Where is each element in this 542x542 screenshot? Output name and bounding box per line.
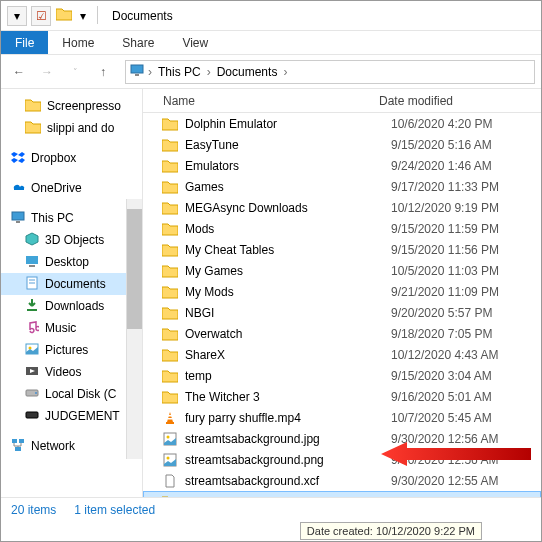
- tree-label: slippi and do: [47, 121, 114, 135]
- list-item[interactable]: Dolphin & Slippi: [143, 491, 541, 497]
- column-date[interactable]: Date modified: [373, 94, 541, 108]
- list-item[interactable]: Dolphin Emulator10/6/2020 4:20 PM: [143, 113, 541, 134]
- tree-pc-item[interactable]: Music: [1, 317, 142, 339]
- item-name: Dolphin & Slippi: [185, 495, 391, 498]
- status-count: 20 items: [11, 503, 56, 517]
- item-date: 9/17/2020 11:33 PM: [391, 180, 541, 194]
- tree-label: Downloads: [45, 299, 104, 313]
- svg-rect-17: [15, 447, 21, 451]
- svg-rect-14: [26, 412, 38, 418]
- titlebar: ▾ ☑ ▾ Documents: [1, 1, 541, 31]
- tree-scrollbar[interactable]: [126, 199, 142, 459]
- nav-recent-button[interactable]: ˅: [63, 60, 87, 84]
- tree-label: Local Disk (C: [45, 387, 116, 401]
- item-name: Emulators: [185, 159, 391, 173]
- list-item[interactable]: Mods9/15/2020 11:59 PM: [143, 218, 541, 239]
- tree-thispc[interactable]: This PC: [1, 207, 142, 229]
- list-item[interactable]: My Mods9/21/2020 11:09 PM: [143, 281, 541, 302]
- folder-icon: [161, 179, 179, 195]
- list-item[interactable]: Games9/17/2020 11:33 PM: [143, 176, 541, 197]
- item-name: fury parry shuffle.mp4: [185, 411, 391, 425]
- tree-pc-item[interactable]: Videos: [1, 361, 142, 383]
- crumb-thispc[interactable]: This PC: [156, 65, 203, 79]
- tree-label: This PC: [31, 211, 74, 225]
- folder-icon: [161, 305, 179, 321]
- image-icon: [161, 431, 179, 447]
- tab-home[interactable]: Home: [48, 31, 108, 54]
- nav-up-button[interactable]: ↑: [91, 60, 115, 84]
- list-item[interactable]: The Witcher 39/16/2020 5:01 AM: [143, 386, 541, 407]
- list-item[interactable]: ShareX10/12/2020 4:43 AM: [143, 344, 541, 365]
- qa-overflow-button[interactable]: ▾: [77, 6, 89, 26]
- window-title: Documents: [108, 9, 173, 23]
- list-item[interactable]: EasyTune9/15/2020 5:16 AM: [143, 134, 541, 155]
- item-date: 9/15/2020 11:59 PM: [391, 222, 541, 236]
- list-item[interactable]: My Cheat Tables9/15/2020 11:56 PM: [143, 239, 541, 260]
- tree-quick-item[interactable]: slippi and do: [1, 117, 142, 139]
- list-item[interactable]: Overwatch9/18/2020 7:05 PM: [143, 323, 541, 344]
- file-icon: [161, 473, 179, 489]
- item-date: 9/30/2020 12:55 AM: [391, 474, 541, 488]
- svg-rect-20: [168, 418, 173, 420]
- chevron-right-icon: ›: [207, 65, 211, 79]
- tree-network[interactable]: Network: [1, 435, 142, 457]
- tree-pc-item[interactable]: JUDGEMENT: [1, 405, 142, 427]
- svg-rect-18: [166, 422, 174, 424]
- qa-properties-button[interactable]: ☑: [31, 6, 51, 26]
- item-date: 9/30/2020 12:56 AM: [391, 453, 541, 467]
- tab-file[interactable]: File: [1, 31, 48, 54]
- svg-rect-1: [135, 74, 139, 76]
- tree-pc-item[interactable]: Pictures: [1, 339, 142, 361]
- item-name: My Mods: [185, 285, 391, 299]
- item-date: 9/15/2020 5:16 AM: [391, 138, 541, 152]
- list-item[interactable]: fury parry shuffle.mp410/7/2020 5:45 AM: [143, 407, 541, 428]
- item-name: Dolphin Emulator: [185, 117, 391, 131]
- tab-share[interactable]: Share: [108, 31, 168, 54]
- item-date: 9/21/2020 11:09 PM: [391, 285, 541, 299]
- crumb-documents[interactable]: Documents: [215, 65, 280, 79]
- nav-back-button[interactable]: ←: [7, 60, 31, 84]
- tree-dropbox[interactable]: Dropbox: [1, 147, 142, 169]
- address-bar[interactable]: › This PC › Documents ›: [125, 60, 535, 84]
- list-item[interactable]: streamtsabackground.jpg9/30/2020 12:56 A…: [143, 428, 541, 449]
- folder-icon: [161, 326, 179, 342]
- column-name[interactable]: Name: [143, 94, 373, 108]
- folder-icon: [161, 389, 179, 405]
- svg-rect-0: [131, 65, 143, 73]
- list-item[interactable]: streamtsabackground.png9/30/2020 12:56 A…: [143, 449, 541, 470]
- list-header: Name Date modified: [143, 89, 541, 113]
- item-name: EasyTune: [185, 138, 391, 152]
- nav-forward-button[interactable]: →: [35, 60, 59, 84]
- tree-label: Videos: [45, 365, 81, 379]
- svg-point-24: [167, 456, 170, 459]
- folder-icon: [55, 6, 73, 22]
- svg-rect-3: [16, 221, 20, 223]
- tree-quick-item[interactable]: Screenpresso: [1, 95, 142, 117]
- list-item[interactable]: streamtsabackground.xcf9/30/2020 12:55 A…: [143, 470, 541, 491]
- folder-icon: [25, 120, 41, 137]
- statusbar: 20 items 1 item selected: [1, 497, 541, 521]
- qa-dropdown-button[interactable]: ▾: [7, 6, 27, 26]
- file-list: Name Date modified Dolphin Emulator10/6/…: [143, 89, 541, 497]
- tree-pc-item[interactable]: Local Disk (C: [1, 383, 142, 405]
- tree-pc-item[interactable]: Documents: [1, 273, 142, 295]
- list-item[interactable]: NBGI9/20/2020 5:57 PM: [143, 302, 541, 323]
- svg-rect-2: [12, 212, 24, 220]
- chevron-down-icon: ▾: [14, 9, 20, 23]
- list-item[interactable]: Emulators9/24/2020 1:46 AM: [143, 155, 541, 176]
- pc-icon: [130, 63, 144, 80]
- list-item[interactable]: MEGAsync Downloads10/12/2020 9:19 PM: [143, 197, 541, 218]
- tree-pc-item[interactable]: 3D Objects: [1, 229, 142, 251]
- tree-label: Dropbox: [31, 151, 76, 165]
- tree-pc-item[interactable]: Desktop: [1, 251, 142, 273]
- tree-onedrive[interactable]: OneDrive: [1, 177, 142, 199]
- tab-view[interactable]: View: [168, 31, 222, 54]
- status-selection: 1 item selected: [74, 503, 155, 517]
- item-date: 10/12/2020 4:43 AM: [391, 348, 541, 362]
- item-name: Overwatch: [185, 327, 391, 341]
- tree-pc-item[interactable]: Downloads: [1, 295, 142, 317]
- svg-rect-15: [12, 439, 17, 443]
- dropbox-icon: [11, 150, 25, 167]
- list-item[interactable]: temp9/15/2020 3:04 AM: [143, 365, 541, 386]
- list-item[interactable]: My Games10/5/2020 11:03 PM: [143, 260, 541, 281]
